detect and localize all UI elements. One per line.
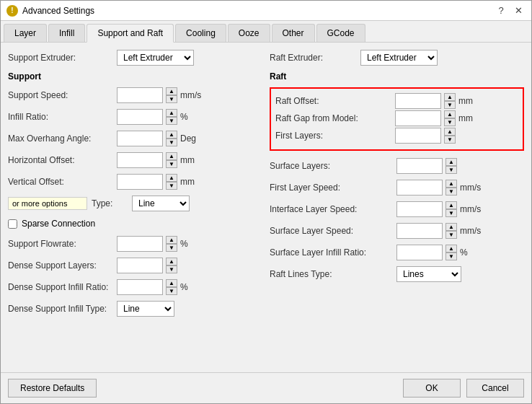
tab-ooze[interactable]: Ooze (228, 24, 270, 42)
support-speed-btns: ▲ ▼ (166, 87, 177, 103)
raft-gap-input[interactable]: 0.14 (395, 110, 441, 126)
dense-support-type-select[interactable]: Line Normal (117, 301, 174, 317)
tab-support-and-raft[interactable]: Support and Raft (87, 24, 174, 43)
surface-layer-speed-down[interactable]: ▼ (445, 231, 457, 239)
horiz-offset-up[interactable]: ▲ (166, 152, 177, 160)
surface-infill-row: Surface Layer Infill Ratio: 85 ▲ ▼ % (270, 245, 524, 260)
first-layers-input[interactable]: 1 (395, 128, 441, 144)
support-flowrate-row: Support Flowrate: 100.0 ▲ ▼ % (8, 236, 262, 252)
type-select[interactable]: Line Normal (132, 196, 190, 211)
max-overhang-unit: Deg (180, 133, 196, 144)
bottom-left: Restore Defaults (8, 379, 397, 398)
surface-layer-speed-row: Surface Layer Speed: 60.0 ▲ ▼ mm/s (270, 223, 524, 239)
dense-support-layers-label: Dense Support Layers: (8, 260, 112, 271)
infill-ratio-btns: ▲ ▼ (166, 109, 177, 125)
dense-support-infill-row: Dense Support Infill Ratio: 80 ▲ ▼ % (8, 279, 262, 295)
vert-offset-up[interactable]: ▲ (166, 174, 177, 182)
max-overhang-up[interactable]: ▲ (166, 131, 177, 139)
support-speed-down[interactable]: ▼ (166, 95, 177, 103)
support-extruder-row: Support Extruder: Left Extruder Right Ex… (8, 50, 262, 66)
surface-layer-speed-spinner: 60.0 ▲ ▼ mm/s (396, 223, 481, 239)
raft-gap-up[interactable]: ▲ (444, 110, 456, 118)
first-layers-btns: ▲ ▼ (444, 128, 456, 144)
surface-infill-input[interactable]: 85 (396, 245, 443, 260)
vert-offset-input[interactable]: 0.15 (117, 174, 163, 190)
raft-offset-spinner: 3.00 ▲ ▼ mm (395, 93, 473, 109)
surface-infill-btns: ▲ ▼ (445, 245, 457, 260)
raft-offset-down[interactable]: ▼ (444, 101, 456, 109)
surface-infill-label: Surface Layer Infill Ratio: (270, 247, 392, 258)
surface-layer-speed-input[interactable]: 60.0 (396, 223, 443, 239)
dense-support-infill-up[interactable]: ▲ (166, 279, 177, 287)
surface-infill-spinner: 85 ▲ ▼ % (396, 245, 468, 260)
first-layers-up[interactable]: ▲ (444, 128, 456, 136)
horiz-offset-input[interactable]: 0.70 (117, 152, 163, 168)
support-speed-input[interactable]: 50.0 (117, 87, 163, 103)
dense-support-layers-btns: ▲ ▼ (166, 258, 177, 273)
cancel-button[interactable]: Cancel (466, 379, 524, 398)
raft-extruder-select[interactable]: Left Extruder Right Extruder (360, 50, 438, 66)
horiz-offset-unit: mm (180, 155, 195, 165)
infill-ratio-down[interactable]: ▼ (166, 117, 177, 125)
ok-button[interactable]: OK (403, 379, 461, 398)
tab-other[interactable]: Other (272, 24, 315, 42)
first-layer-speed-down[interactable]: ▼ (445, 188, 457, 196)
tab-layer[interactable]: Layer (4, 24, 47, 42)
infill-ratio-up[interactable]: ▲ (166, 109, 177, 117)
raft-lines-select[interactable]: Lines Grid (396, 266, 461, 282)
surface-layers-up[interactable]: ▲ (445, 158, 457, 166)
interface-layer-speed-down[interactable]: ▼ (445, 209, 457, 217)
raft-gap-spinner: 0.14 ▲ ▼ mm (395, 110, 473, 126)
tab-bar: Layer Infill Support and Raft Cooling Oo… (1, 21, 531, 43)
max-overhang-spinner: 60.0 ▲ ▼ Deg (117, 131, 196, 146)
max-overhang-down[interactable]: ▼ (166, 139, 177, 146)
raft-offset-input[interactable]: 3.00 (395, 93, 441, 109)
interface-layer-speed-input[interactable]: 30.0 (396, 201, 443, 217)
vert-offset-spinner: 0.15 ▲ ▼ mm (117, 174, 195, 190)
support-extruder-select[interactable]: Left Extruder Right Extruder (117, 50, 194, 66)
support-flowrate-label: Support Flowrate: (8, 239, 112, 249)
tab-cooling[interactable]: Cooling (175, 24, 226, 42)
first-layers-down[interactable]: ▼ (444, 136, 456, 144)
dense-support-layers-down[interactable]: ▼ (166, 265, 177, 273)
tab-gcode[interactable]: GCode (316, 24, 365, 42)
vert-offset-down[interactable]: ▼ (166, 182, 177, 190)
support-flowrate-input[interactable]: 100.0 (117, 236, 163, 252)
vert-offset-unit: mm (180, 177, 195, 187)
support-flowrate-up[interactable]: ▲ (166, 236, 177, 244)
raft-gap-down[interactable]: ▼ (444, 118, 456, 126)
interface-layer-speed-btns: ▲ ▼ (445, 201, 457, 217)
dense-support-layers-up[interactable]: ▲ (166, 258, 177, 265)
first-layer-speed-up[interactable]: ▲ (445, 180, 457, 188)
tab-infill[interactable]: Infill (48, 24, 85, 42)
dense-support-infill-down[interactable]: ▼ (166, 287, 177, 295)
interface-layer-speed-row: Interface Layer Speed: 30.0 ▲ ▼ mm/s (270, 201, 524, 217)
infill-ratio-spinner: 30 ▲ ▼ % (117, 109, 188, 125)
surface-layer-speed-up[interactable]: ▲ (445, 223, 457, 231)
surface-layers-btns: ▲ ▼ (445, 158, 457, 174)
infill-ratio-row: Infill Ratio: 30 ▲ ▼ % (8, 109, 262, 125)
dense-support-layers-input[interactable]: 0 (117, 258, 163, 273)
dense-support-type-label: Dense Support Infill Type: (8, 304, 112, 314)
max-overhang-input[interactable]: 60.0 (117, 131, 163, 146)
close-button[interactable]: ✕ (511, 4, 526, 18)
dense-support-infill-input[interactable]: 80 (117, 279, 163, 295)
sparse-connection-row: Sparse Connection (8, 219, 262, 229)
support-speed-up[interactable]: ▲ (166, 87, 177, 95)
sparse-connection-checkbox[interactable] (8, 219, 17, 229)
help-button[interactable]: ? (494, 4, 508, 18)
infill-ratio-input[interactable]: 30 (117, 109, 163, 125)
interface-layer-speed-up[interactable]: ▲ (445, 201, 457, 209)
raft-extruder-row: Raft Extruder: Left Extruder Right Extru… (270, 50, 524, 66)
surface-layers-down[interactable]: ▼ (445, 166, 457, 174)
first-layer-speed-input[interactable]: 8.0 (396, 180, 443, 196)
surface-layers-input[interactable]: 2 (396, 158, 443, 174)
surface-infill-down[interactable]: ▼ (445, 252, 457, 260)
support-flowrate-down[interactable]: ▼ (166, 244, 177, 252)
surface-infill-up[interactable]: ▲ (445, 245, 457, 252)
restore-defaults-button[interactable]: Restore Defaults (8, 379, 97, 398)
horiz-offset-down[interactable]: ▼ (166, 160, 177, 168)
raft-offset-row: Raft Offset: 3.00 ▲ ▼ mm (275, 93, 518, 109)
raft-offset-up[interactable]: ▲ (444, 93, 456, 101)
vert-offset-row: Vertical Offset: 0.15 ▲ ▼ mm (8, 174, 262, 190)
